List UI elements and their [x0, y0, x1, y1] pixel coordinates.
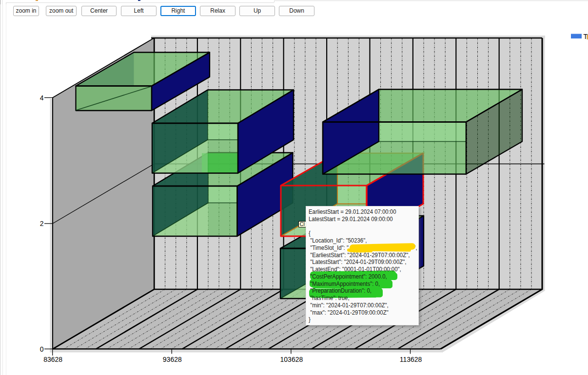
svg-text:103628: 103628	[280, 356, 303, 363]
svg-text:0: 0	[40, 345, 44, 353]
svg-text:2: 2	[40, 220, 44, 227]
svg-text:93628: 93628	[163, 356, 182, 363]
svg-text:83628: 83628	[43, 356, 62, 363]
svg-text:4: 4	[40, 94, 44, 102]
svg-text:113628: 113628	[400, 356, 422, 363]
